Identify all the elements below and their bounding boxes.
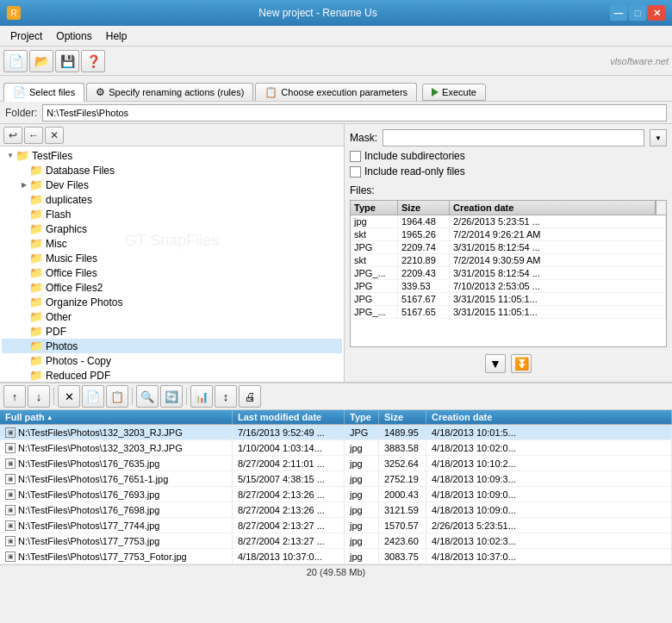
menu-options[interactable]: Options (49, 28, 98, 44)
options-panel: Mask: ▼ Include subdirectories Include r… (345, 124, 672, 382)
results-row[interactable]: ▣N:\TestFiles\Photos\177_7753_Fotor.jpg … (0, 549, 672, 564)
tree-item-label: Graphics (46, 223, 87, 235)
tree-item-label: Other (46, 311, 72, 323)
stats-button[interactable]: 📊 (190, 385, 213, 408)
include-subdirs-label: Include subdirectories (364, 150, 465, 162)
tab-execution-icon: 📋 (264, 86, 277, 98)
tree-item-flash[interactable]: 📁 Flash (2, 207, 342, 221)
menu-project[interactable]: Project (3, 28, 49, 44)
execute-button[interactable]: Execute (422, 84, 486, 101)
tree-arrow-icon: ▼ (5, 152, 16, 159)
save-button[interactable]: 💾 (55, 50, 79, 72)
tree-toolbar: ↩ ← ✕ (0, 124, 344, 146)
tree-item-office-files2[interactable]: 📁 Office Files2 (2, 280, 342, 295)
mask-input[interactable] (383, 129, 644, 146)
print-button[interactable]: 🖨 (239, 385, 261, 408)
tree-item-testfiles[interactable]: ▼ 📁 TestFiles (2, 148, 342, 163)
tree-item-label: Office Files (46, 267, 97, 279)
scroll-down-button[interactable]: ▼ (485, 354, 506, 373)
results-row[interactable]: ▣N:\TestFiles\Photos\132_3203_RJ.JPG 7/1… (0, 425, 672, 440)
file-icon: ▣ (5, 458, 16, 469)
tab-renaming-actions[interactable]: ⚙ Specify renaming actions (rules) (86, 83, 253, 101)
include-readonly-row: Include read-only files (350, 165, 667, 178)
tree-item-music-files[interactable]: 📁 Music Files (2, 251, 342, 265)
tree-item-graphics[interactable]: 📁 Graphics (2, 221, 342, 236)
new-button[interactable]: 📄 (3, 50, 28, 72)
folder-label: Folder: (5, 107, 37, 119)
tree-item-reduced-pdf[interactable]: 📁 Reduced PDF (2, 368, 342, 382)
sort-button[interactable]: ↕ (215, 385, 237, 408)
file-icon: ▣ (5, 536, 16, 546)
results-row[interactable]: ▣N:\TestFiles\Photos\176_7651-1.jpg 5/15… (0, 471, 672, 487)
paste-button[interactable]: 📋 (106, 385, 128, 408)
tree-item-misc[interactable]: 📁 Misc (2, 236, 342, 251)
search-button[interactable]: 🔍 (136, 385, 159, 408)
tree-up-button[interactable]: ← (24, 127, 43, 144)
help-button[interactable]: ❓ (81, 50, 105, 72)
tree-item-organize-photos[interactable]: 📁 Organize Photos (2, 295, 342, 309)
files-table-header: Type Size Creation date (351, 201, 666, 215)
tab-renaming-label: Specify renaming actions (rules) (109, 87, 244, 97)
tree-item-dev-files[interactable]: ▶ 📁 Dev Files (2, 178, 342, 192)
folder-icon: 📁 (29, 266, 43, 279)
include-subdirs-checkbox[interactable] (350, 151, 361, 162)
files-row: skt2210.897/2/2014 9:30:59 AM (351, 254, 666, 267)
tree-item-office-files[interactable]: 📁 Office Files (2, 265, 342, 280)
maximize-button[interactable]: □ (629, 5, 646, 21)
tree-item-pdf[interactable]: 📁 PDF (2, 324, 342, 339)
folder-icon: 📁 (29, 325, 43, 338)
file-icon: ▣ (5, 443, 16, 453)
results-header-modified[interactable]: Last modified date (233, 410, 345, 424)
files-row: JPG5167.673/31/2015 11:05:1... (351, 293, 666, 306)
tab-select-files[interactable]: 📄 Select files (3, 83, 84, 102)
include-readonly-checkbox[interactable] (350, 166, 361, 178)
results-body: ▣N:\TestFiles\Photos\132_3203_RJ.JPG 7/1… (0, 425, 672, 564)
tree-item-label: Photos (46, 340, 78, 352)
mask-dropdown[interactable]: ▼ (650, 129, 667, 146)
file-icon: ▣ (5, 474, 16, 484)
tree-item-duplicates[interactable]: 📁 duplicates (2, 192, 342, 207)
results-row[interactable]: ▣N:\TestFiles\Photos\176_7693.jpg 8/27/2… (0, 487, 672, 502)
files-header-size[interactable]: Size (398, 201, 450, 215)
results-header-size[interactable]: Size (379, 410, 426, 424)
results-row[interactable]: ▣N:\TestFiles\Photos\177_7753.jpg 8/27/2… (0, 533, 672, 549)
results-row[interactable]: ▣N:\TestFiles\Photos\176_7698.jpg 8/27/2… (0, 502, 672, 518)
files-header-type[interactable]: Type (351, 201, 398, 215)
move-up-button[interactable]: ↑ (3, 385, 26, 408)
tab-execution-params[interactable]: 📋 Choose execution parameters (255, 83, 417, 101)
menu-help[interactable]: Help (99, 28, 134, 44)
minimize-button[interactable]: — (610, 5, 627, 21)
results-row[interactable]: ▣N:\TestFiles\Photos\176_7635.jpg 8/27/2… (0, 456, 672, 471)
move-down-button[interactable]: ↓ (28, 385, 50, 408)
tree-item-label: Misc (46, 238, 67, 250)
results-row[interactable]: ▣N:\TestFiles\Photos\132_3203_RJ.JPG 1/1… (0, 440, 672, 456)
files-header-creation[interactable]: Creation date (450, 201, 656, 215)
results-header-fullpath[interactable]: Full path ▲ (0, 410, 233, 424)
tree-clear-button[interactable]: ✕ (45, 127, 64, 144)
file-icon: ▣ (5, 427, 16, 438)
tree-item-label: Photos - Copy (46, 355, 111, 367)
results-panel: Full path ▲ Last modified date Type Size… (0, 410, 672, 579)
tree-item-photos-copy[interactable]: 📁 Photos - Copy (2, 353, 342, 368)
results-header-type[interactable]: Type (345, 410, 379, 424)
folder-icon: 📁 (29, 310, 43, 323)
results-row[interactable]: ▣N:\TestFiles\Photos\177_7744.jpg 8/27/2… (0, 518, 672, 533)
refresh-button[interactable]: 🔄 (160, 385, 183, 408)
files-table: Type Size Creation date jpg1964.482/26/2… (350, 200, 667, 347)
tree-back-button[interactable]: ↩ (3, 127, 22, 144)
folder-input[interactable] (42, 104, 667, 121)
scroll-down-more-button[interactable]: ⏬ (511, 354, 532, 373)
close-button[interactable]: ✕ (648, 5, 665, 21)
copy-button[interactable]: 📄 (82, 385, 104, 408)
tab-bar: 📄 Select files ⚙ Specify renaming action… (0, 76, 672, 102)
tree-item-other[interactable]: 📁 Other (2, 309, 342, 324)
tree-item-photos[interactable]: 📁 Photos (2, 339, 342, 353)
tree-item-label: duplicates (46, 194, 92, 206)
folder-icon: 📁 (29, 354, 43, 367)
tree-item-database-files[interactable]: 📁 Database Files (2, 163, 342, 178)
open-button[interactable]: 📂 (29, 50, 53, 72)
remove-button[interactable]: ✕ (58, 385, 80, 408)
results-header-creation[interactable]: Creation date (426, 410, 672, 424)
tree-item-label: Reduced PDF (46, 370, 110, 382)
tree-item-label: TestFiles (32, 150, 72, 162)
